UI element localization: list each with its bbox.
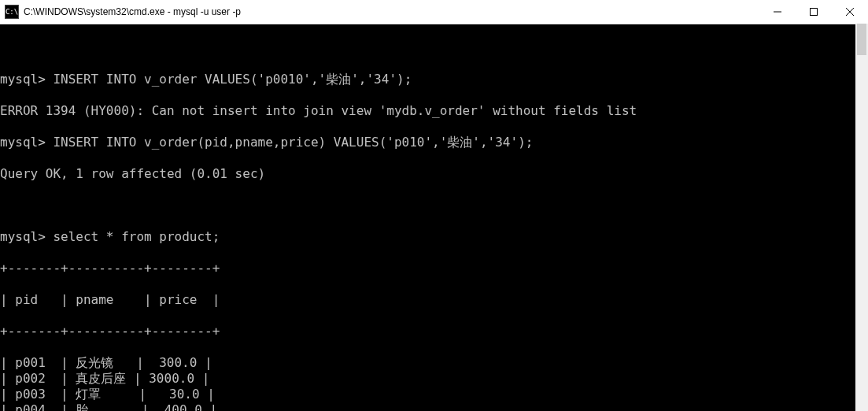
table-border: +-------+----------+--------+	[0, 324, 868, 339]
table-border: +-------+----------+--------+	[0, 261, 868, 276]
mysql-prompt: mysql>	[0, 72, 46, 87]
cmd-text: select * from product;	[46, 229, 220, 244]
table-body: | p001 | 反光镜 | 300.0 || p002 | 真皮后座 | 30…	[0, 355, 868, 411]
terminal-output[interactable]: mysql> INSERT INTO v_order VALUES('p0010…	[0, 24, 868, 411]
cmd-text: INSERT INTO v_order VALUES('p0010','柴油',…	[46, 72, 412, 87]
query-ok: Query OK, 1 row affected (0.01 sec)	[0, 166, 868, 182]
titlebar-left: C:\ C:\WINDOWS\system32\cmd.exe - mysql …	[0, 5, 241, 19]
mysql-prompt: mysql>	[0, 135, 46, 150]
window-titlebar: C:\ C:\WINDOWS\system32\cmd.exe - mysql …	[0, 0, 868, 24]
table-row: | p004 | 胎 | 400.0 |	[0, 402, 868, 411]
table-row: | p003 | 灯罩 | 30.0 |	[0, 387, 868, 402]
scrollbar-thumb[interactable]	[857, 24, 866, 55]
sql-select: mysql> select * from product;	[0, 229, 868, 245]
table-row: | p002 | 真皮后座 | 3000.0 |	[0, 371, 868, 387]
blank-line	[0, 198, 868, 213]
table-row: | p001 | 反光镜 | 300.0 |	[0, 355, 868, 371]
table-header: | pid | pname | price |	[0, 292, 868, 308]
sql-insert-1: mysql> INSERT INTO v_order VALUES('p0010…	[0, 72, 868, 87]
mysql-prompt: mysql>	[0, 229, 46, 244]
sql-insert-2: mysql> INSERT INTO v_order(pid,pname,pri…	[0, 135, 868, 150]
svg-rect-1	[811, 9, 818, 16]
blank-line	[0, 40, 868, 56]
cmd-text: INSERT INTO v_order(pid,pname,price) VAL…	[46, 135, 534, 150]
window-buttons	[759, 0, 868, 24]
error-1394: ERROR 1394 (HY000): Can not insert into …	[0, 103, 868, 119]
window-title: C:\WINDOWS\system32\cmd.exe - mysql -u u…	[24, 6, 241, 17]
cmd-icon: C:\	[5, 5, 19, 19]
close-button[interactable]	[832, 0, 868, 24]
minimize-button[interactable]	[759, 0, 796, 24]
vertical-scrollbar[interactable]	[855, 24, 868, 411]
maximize-button[interactable]	[796, 0, 832, 24]
